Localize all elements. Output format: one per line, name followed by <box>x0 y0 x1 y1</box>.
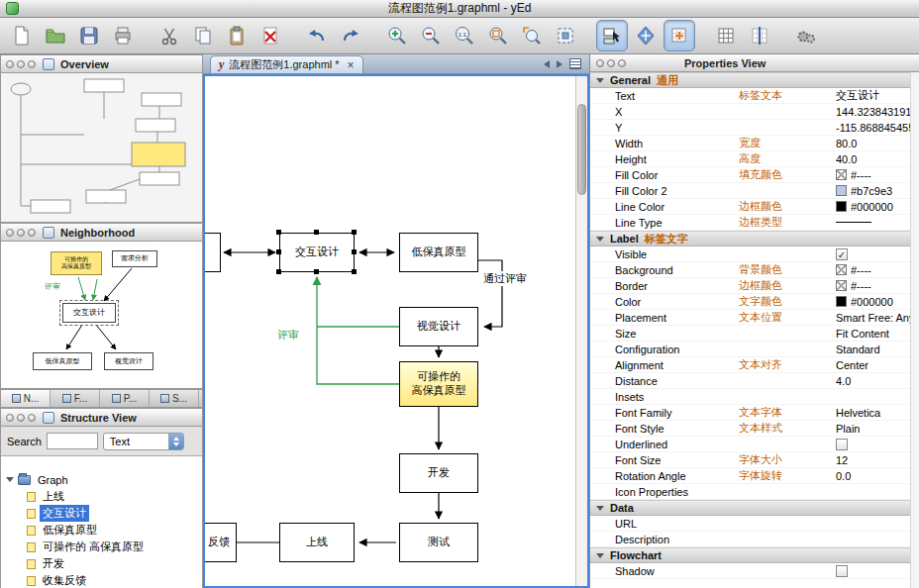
layout-button[interactable] <box>790 20 822 51</box>
collapse-triangle-icon[interactable] <box>6 477 14 482</box>
flow-node-develop[interactable]: 开发 <box>399 453 478 493</box>
canvas-vertical-scrollbar[interactable] <box>575 76 587 586</box>
property-row-icon-properties[interactable]: Icon Properties <box>590 484 910 500</box>
panel-detach-button[interactable] <box>28 60 36 68</box>
property-row-x[interactable]: X144.3238431917... <box>590 104 910 120</box>
grid-button[interactable] <box>710 20 742 51</box>
flow-node-lowfi-prototype[interactable]: 低保真原型 <box>399 233 478 272</box>
zoom-out-button[interactable] <box>415 20 447 51</box>
panel-minimize-button[interactable] <box>17 414 25 422</box>
tab-neighborhood[interactable]: N... <box>1 390 51 407</box>
zoom-area-button[interactable] <box>516 20 548 51</box>
panel-close-button[interactable] <box>6 229 14 237</box>
section-collapse-icon[interactable] <box>596 553 604 558</box>
property-row-shadow[interactable]: Shadow <box>590 563 910 579</box>
panel-minimize-button[interactable] <box>607 59 615 67</box>
tab-scroll-right-icon[interactable] <box>557 60 562 68</box>
scrollbar-thumb[interactable] <box>577 104 586 195</box>
panel-detach-button[interactable] <box>28 229 36 237</box>
zoom-selection-button[interactable] <box>482 20 514 51</box>
paste-button[interactable] <box>221 20 253 51</box>
structure-item-3[interactable]: 可操作的 高保真原型 <box>1 539 202 555</box>
flow-node-clipped[interactable] <box>205 233 221 272</box>
tab-s[interactable]: S... <box>150 390 199 407</box>
panel-minimize-button[interactable] <box>17 60 25 68</box>
panel-close-button[interactable] <box>6 60 14 68</box>
tab-list-icon[interactable] <box>569 58 581 69</box>
panel-detach-button[interactable] <box>618 59 626 67</box>
navigation-mode-button[interactable] <box>630 20 662 51</box>
property-row-line-type[interactable]: Line Type边框类型 <box>590 215 910 231</box>
fit-content-button[interactable] <box>550 20 581 51</box>
zoom-in-button[interactable] <box>381 20 413 51</box>
snap-mode-button[interactable] <box>664 20 695 51</box>
flow-node-online[interactable]: 上线 <box>279 523 355 562</box>
property-row-y[interactable]: Y-115.868845455... <box>590 120 910 136</box>
flow-node-interaction-design[interactable]: 交互设计 <box>279 233 355 272</box>
property-row-fill-color-2[interactable]: Fill Color 2#b7c9e3 <box>590 183 910 199</box>
structure-item-0[interactable]: 上线 <box>1 488 202 505</box>
app-icon[interactable] <box>6 2 19 15</box>
property-row-url[interactable]: URL <box>590 516 910 532</box>
search-field-select[interactable]: Text <box>103 433 184 450</box>
neighborhood-node-selected[interactable]: 交互设计 <box>62 303 116 323</box>
selection-handle[interactable] <box>276 230 281 235</box>
property-row-height[interactable]: Height高度40.0 <box>590 151 910 167</box>
section-collapse-icon[interactable] <box>596 78 604 83</box>
section-collapse-icon[interactable] <box>596 237 604 242</box>
selection-handle[interactable] <box>314 269 319 274</box>
color-swatch[interactable] <box>836 185 847 196</box>
zoom-actual-size-button[interactable]: 1:1 <box>449 20 480 51</box>
undo-button[interactable] <box>301 20 333 51</box>
selection-handle[interactable] <box>276 269 281 274</box>
property-row-size[interactable]: SizeFit Content <box>590 326 910 342</box>
property-row-rotation-angle[interactable]: Rotation Angle字体旋转0.0 <box>590 468 910 484</box>
color-swatch[interactable] <box>836 264 847 275</box>
new-file-button[interactable] <box>6 20 38 51</box>
edge-label-pass-review[interactable]: 通过评审 <box>482 271 528 286</box>
tree-root-graph[interactable]: Graph <box>1 471 202 488</box>
graph-canvas[interactable]: 交互设计 低保真原型 视觉设计 可操作的 高保真原型 开发 测试 上线 反馈 通… <box>205 76 587 586</box>
selection-handle[interactable] <box>352 249 357 254</box>
color-swatch[interactable] <box>836 201 847 212</box>
edge-label-review[interactable]: 评审 <box>276 328 300 343</box>
property-row-fill-color[interactable]: Fill Color填充颜色#---- <box>590 167 910 183</box>
flow-node-feedback-clipped[interactable]: 反馈 <box>205 523 237 562</box>
snap-lines-button[interactable] <box>744 20 775 51</box>
print-button[interactable] <box>107 20 139 51</box>
document-tab[interactable]: y 流程图范例1.graphml * × <box>210 55 363 73</box>
open-button[interactable] <box>40 20 71 51</box>
redo-button[interactable] <box>335 20 366 51</box>
property-row-background[interactable]: Background背景颜色#---- <box>590 262 910 278</box>
panel-close-button[interactable] <box>596 59 604 67</box>
selection-handle[interactable] <box>314 230 319 235</box>
overview-minimap[interactable] <box>1 73 202 222</box>
selection-handle[interactable] <box>352 230 357 235</box>
panel-close-button[interactable] <box>6 414 14 422</box>
property-row-border[interactable]: Border边框颜色#---- <box>590 278 910 294</box>
property-row-visible[interactable]: Visible✓ <box>590 246 910 262</box>
property-row-description[interactable]: Description <box>590 532 910 547</box>
property-row-text[interactable]: Text标签文本交互设计 <box>590 88 910 104</box>
neighborhood-node[interactable]: 视觉设计 <box>104 352 153 370</box>
structure-item-1[interactable]: 交互设计 <box>1 505 202 522</box>
checkbox[interactable] <box>836 439 848 450</box>
checkbox[interactable]: ✓ <box>836 248 848 260</box>
property-row-distance[interactable]: Distance4.0 <box>590 373 910 389</box>
property-row-underlined[interactable]: Underlined <box>590 437 910 452</box>
property-row-font-style[interactable]: Font Style文本样式Plain <box>590 421 910 437</box>
section-collapse-icon[interactable] <box>596 506 604 511</box>
tab-p[interactable]: P... <box>100 390 150 407</box>
properties-section-general[interactable]: General通用 <box>590 72 910 88</box>
flow-node-visual-design[interactable]: 视觉设计 <box>399 307 478 346</box>
properties-section-label[interactable]: Label标签文字 <box>590 231 910 246</box>
copy-button[interactable] <box>187 20 219 51</box>
color-swatch[interactable] <box>836 169 847 180</box>
checkbox[interactable] <box>836 565 848 577</box>
flow-node-hifi-prototype[interactable]: 可操作的 高保真原型 <box>399 361 478 407</box>
tab-scroll-left-icon[interactable] <box>544 60 550 68</box>
line-type-sample[interactable] <box>836 222 871 223</box>
combo-stepper[interactable] <box>168 434 183 449</box>
flow-node-test[interactable]: 测试 <box>399 523 478 562</box>
save-button[interactable] <box>73 20 105 51</box>
